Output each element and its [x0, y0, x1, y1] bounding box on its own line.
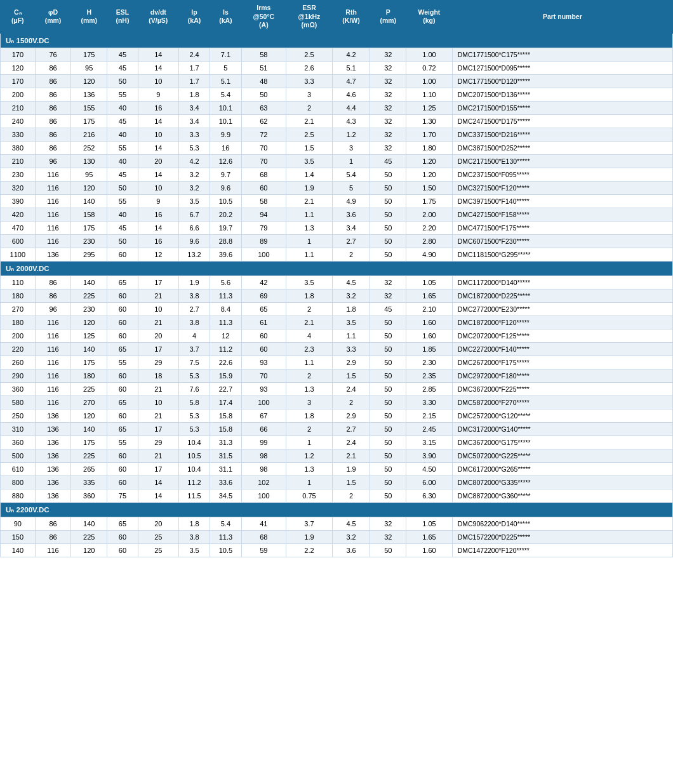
cell-phiD_mm: 76: [35, 48, 71, 61]
cell-H_mm: 295: [71, 248, 107, 261]
cell-dvdt: 14: [138, 141, 178, 154]
table-row: 20011612560204126041.1501.60DMC2072000*F…: [1, 329, 673, 342]
col-header-CN_uF: Cₙ(µF): [1, 1, 36, 34]
cell-part_number: DMC9062200*D140*****: [452, 517, 672, 530]
cell-ESL_nH: 40: [107, 154, 138, 168]
cell-Is_kA: 9.9: [210, 128, 241, 141]
cell-ESR_mOhm: 1.4: [286, 168, 333, 181]
cell-Is_kA: 20.2: [210, 208, 241, 221]
table-row: 58011627065105.817.410032503.30DMC587200…: [1, 395, 673, 409]
cell-H_mm: 360: [71, 489, 107, 502]
cell-phiD_mm: 116: [35, 395, 71, 409]
cell-Irms_A: 65: [241, 302, 286, 316]
cell-Is_kA: 11.2: [210, 342, 241, 355]
cell-part_number: DMC8872000*G360*****: [452, 489, 672, 502]
cell-Weight_kg: 2.10: [406, 302, 453, 316]
cell-ESR_mOhm: 1.8: [286, 409, 333, 422]
cell-Weight_kg: 2.30: [406, 355, 453, 369]
cell-ESL_nH: 60: [107, 369, 138, 382]
col-header-P_mm: P(mm): [370, 1, 406, 34]
cell-Irms_A: 60: [241, 181, 286, 194]
cell-dvdt: 9: [138, 88, 178, 101]
cell-dvdt: 10: [138, 395, 178, 409]
cell-dvdt: 20: [138, 154, 178, 168]
cell-dvdt: 9: [138, 194, 178, 208]
cell-phiD_mm: 116: [35, 234, 71, 248]
cell-P_mm: 50: [370, 194, 406, 208]
cell-P_mm: 50: [370, 449, 406, 462]
cell-Is_kA: 15.8: [210, 422, 241, 435]
cell-H_mm: 175: [71, 48, 107, 61]
cell-ESR_mOhm: 2.5: [286, 128, 333, 141]
cell-ESR_mOhm: 3: [286, 88, 333, 101]
cell-P_mm: 50: [370, 369, 406, 382]
cell-phiD_mm: 136: [35, 489, 71, 502]
cell-H_mm: 120: [71, 74, 107, 88]
cell-part_number: DMC2371500*F095*****: [452, 168, 672, 181]
cell-Ip_kA: 3.3: [178, 128, 210, 141]
cell-Rth: 2.4: [332, 435, 370, 449]
cell-Irms_A: 94: [241, 208, 286, 221]
cell-H_mm: 335: [71, 475, 107, 489]
cell-ESL_nH: 60: [107, 530, 138, 543]
section-header-2: Uₙ 2200V.DC: [1, 502, 673, 517]
cell-Weight_kg: 3.90: [406, 449, 453, 462]
cell-Irms_A: 42: [241, 276, 286, 289]
table-row: 2709623060102.78.46521.8452.10DMC2772000…: [1, 302, 673, 316]
cell-P_mm: 50: [370, 248, 406, 261]
cell-H_mm: 175: [71, 114, 107, 128]
cell-P_mm: 32: [370, 128, 406, 141]
cell-Ip_kA: 3.5: [178, 543, 210, 557]
cell-ESR_mOhm: 2.5: [286, 48, 333, 61]
cell-ESR_mOhm: 1.1: [286, 208, 333, 221]
cell-Ip_kA: 1.7: [178, 74, 210, 88]
cell-Irms_A: 51: [241, 61, 286, 74]
cell-ESR_mOhm: 1.1: [286, 355, 333, 369]
cell-CN_uF: 250: [1, 409, 36, 422]
cell-Ip_kA: 6.6: [178, 221, 210, 234]
cell-Rth: 4.4: [332, 101, 370, 114]
cell-CN_uF: 360: [1, 435, 36, 449]
cell-ESR_mOhm: 1: [286, 234, 333, 248]
cell-ESR_mOhm: 2.2: [286, 543, 333, 557]
cell-Is_kA: 10.5: [210, 543, 241, 557]
table-row: 120869545141.75512.65.1320.72DMC1271500*…: [1, 61, 673, 74]
cell-H_mm: 175: [71, 435, 107, 449]
cell-Rth: 4.7: [332, 74, 370, 88]
cell-Is_kA: 5.1: [210, 74, 241, 88]
cell-dvdt: 18: [138, 369, 178, 382]
cell-Ip_kA: 3.7: [178, 342, 210, 355]
cell-Ip_kA: 1.8: [178, 517, 210, 530]
cell-CN_uF: 180: [1, 316, 36, 329]
table-row: 3808625255145.316701.53321.80DMC3871500*…: [1, 141, 673, 154]
table-row: 500136225602110.531.5981.22.1503.90DMC50…: [1, 449, 673, 462]
cell-P_mm: 32: [370, 276, 406, 289]
cell-H_mm: 225: [71, 382, 107, 395]
cell-part_number: DMC1771500*C175*****: [452, 48, 672, 61]
cell-Ip_kA: 6.7: [178, 208, 210, 221]
cell-P_mm: 45: [370, 154, 406, 168]
cell-Weight_kg: 1.50: [406, 181, 453, 194]
cell-H_mm: 158: [71, 208, 107, 221]
cell-Is_kA: 34.5: [210, 489, 241, 502]
cell-P_mm: 50: [370, 382, 406, 395]
cell-Irms_A: 60: [241, 342, 286, 355]
cell-part_number: DMC3271500*F120*****: [452, 181, 672, 194]
cell-ESR_mOhm: 1.3: [286, 462, 333, 475]
cell-Weight_kg: 1.05: [406, 276, 453, 289]
cell-dvdt: 10: [138, 181, 178, 194]
cell-Weight_kg: 1.60: [406, 329, 453, 342]
cell-Rth: 4.2: [332, 48, 370, 61]
cell-Rth: 1.5: [332, 475, 370, 489]
cell-phiD_mm: 96: [35, 302, 71, 316]
cell-Weight_kg: 6.30: [406, 489, 453, 502]
cell-CN_uF: 180: [1, 289, 36, 302]
cell-Irms_A: 66: [241, 422, 286, 435]
cell-Is_kA: 17.4: [210, 395, 241, 409]
cell-Irms_A: 63: [241, 101, 286, 114]
cell-Irms_A: 100: [241, 489, 286, 502]
cell-phiD_mm: 116: [35, 221, 71, 234]
cell-part_number: DMC3871500*D252*****: [452, 141, 672, 154]
table-row: 36011622560217.622.7931.32.4502.85DMC367…: [1, 382, 673, 395]
cell-part_number: DMC2672000*F175*****: [452, 355, 672, 369]
